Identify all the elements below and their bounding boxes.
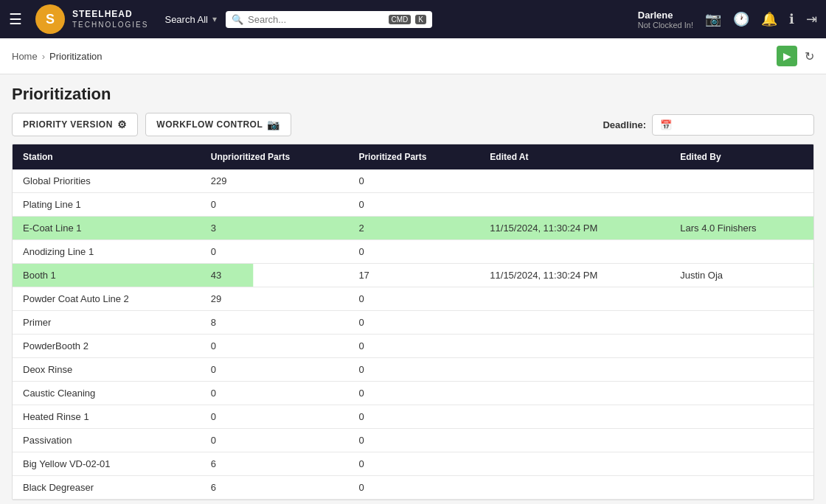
search-input[interactable] — [248, 14, 384, 25]
user-section: Darlene Not Clocked In! 📷 🕐 🔔 ℹ ⇥ — [638, 10, 817, 29]
table-cell: Black Degreaser — [13, 476, 201, 500]
table-cell: 0 — [348, 358, 479, 382]
table-cell — [670, 311, 813, 335]
table-row[interactable]: Deox Rinse00 — [13, 358, 813, 382]
table-cell: Lars 4.0 Finishers — [670, 217, 813, 240]
kbd-cmd: CMD — [389, 15, 412, 24]
deadline-input[interactable] — [676, 119, 806, 130]
col-prioritized: Prioritized Parts — [348, 144, 479, 169]
user-status: Not Clocked In! — [638, 21, 693, 29]
camera-small-icon: 📷 — [267, 119, 280, 130]
logo-text-primary: STEELHEAD — [72, 9, 148, 21]
table-row[interactable]: E-Coat Line 13211/15/2024, 11:30:24 PMLa… — [13, 217, 813, 240]
table-cell — [670, 405, 813, 429]
table-cell: 0 — [348, 476, 479, 500]
table-cell: 0 — [348, 240, 479, 264]
table-cell: Justin Oja — [670, 264, 813, 287]
table-cell: Anodizing Line 1 — [13, 240, 201, 264]
table-row[interactable]: Anodizing Line 100 — [13, 240, 813, 264]
table-cell — [670, 335, 813, 358]
table-cell — [479, 311, 670, 335]
logo: S STEELHEAD technologies — [34, 3, 148, 35]
hamburger-menu[interactable]: ☰ — [9, 10, 22, 28]
table-cell: 0 — [348, 405, 479, 429]
search-icon: 🔍 — [232, 14, 243, 25]
top-navigation: ☰ S STEELHEAD technologies Search All ▾ … — [0, 0, 826, 38]
workflow-control-button[interactable]: WORKFLOW CONTROL 📷 — [145, 113, 291, 136]
play-button[interactable]: ▶ — [777, 46, 797, 66]
table-cell — [479, 335, 670, 358]
table-cell: Caustic Cleaning — [13, 382, 201, 405]
table-row[interactable]: PowderBooth 200 — [13, 335, 813, 358]
table-cell — [479, 287, 670, 311]
table-cell — [479, 240, 670, 264]
clock-icon[interactable]: 🕐 — [733, 11, 749, 27]
logo-icon: S — [34, 3, 66, 35]
table-cell: Heated Rinse 1 — [13, 405, 201, 429]
table-cell: Primer — [13, 311, 201, 335]
table-cell — [479, 405, 670, 429]
col-station: Station — [13, 144, 201, 169]
prioritization-table: Station Unprioritized Parts Prioritized … — [13, 144, 813, 500]
table-cell — [670, 287, 813, 311]
calendar-icon: 📅 — [660, 119, 672, 130]
table-cell: 43 — [201, 264, 349, 287]
main-content: Prioritization PRIORITY VERSION ⚙ WORKFL… — [0, 74, 826, 504]
table-cell: 17 — [348, 264, 479, 287]
table-row[interactable]: Black Degreaser60 — [13, 476, 813, 500]
table-row[interactable]: Booth 1431711/15/2024, 11:30:24 PMJustin… — [13, 264, 813, 287]
table-cell: 0 — [201, 193, 349, 217]
table-cell: 0 — [348, 335, 479, 358]
info-icon[interactable]: ℹ — [789, 11, 794, 27]
table-row[interactable]: Big Yellow VD-02-0160 — [13, 452, 813, 476]
table-cell — [670, 429, 813, 452]
table-row[interactable]: Powder Coat Auto Line 2290 — [13, 287, 813, 311]
table-cell: 2 — [348, 217, 479, 240]
table-cell: 0 — [201, 382, 349, 405]
refresh-button[interactable]: ↻ — [805, 49, 814, 63]
table-cell: 0 — [201, 358, 349, 382]
table-cell: Big Yellow VD-02-01 — [13, 452, 201, 476]
table-cell — [670, 240, 813, 264]
table-cell — [479, 452, 670, 476]
table-cell — [479, 358, 670, 382]
priority-version-button[interactable]: PRIORITY VERSION ⚙ — [12, 113, 138, 136]
search-box: 🔍 CMD K — [226, 11, 432, 28]
col-edited-by: Edited By — [670, 144, 813, 169]
table-row[interactable]: Passivation00 — [13, 429, 813, 452]
table-cell — [479, 476, 670, 500]
table-cell: 11/15/2024, 11:30:24 PM — [479, 264, 670, 287]
bell-icon[interactable]: 🔔 — [761, 11, 777, 27]
table-row[interactable]: Global Priorities2290 — [13, 169, 813, 193]
toolbar: PRIORITY VERSION ⚙ WORKFLOW CONTROL 📷 De… — [12, 113, 814, 136]
search-dropdown-button[interactable]: ▾ — [212, 14, 217, 24]
table-cell: 8 — [201, 311, 349, 335]
table-row[interactable]: Heated Rinse 100 — [13, 405, 813, 429]
table-cell: 0 — [201, 405, 349, 429]
table-cell — [479, 169, 670, 193]
breadcrumb: Home › Prioritization ▶ ↻ — [0, 38, 826, 74]
table-cell: 0 — [348, 429, 479, 452]
breadcrumb-separator: › — [42, 51, 45, 62]
table-cell: PowderBooth 2 — [13, 335, 201, 358]
workflow-control-label: WORKFLOW CONTROL — [156, 119, 263, 130]
table-header-row: Station Unprioritized Parts Prioritized … — [13, 144, 813, 169]
kbd-k: K — [415, 15, 426, 24]
table-cell — [670, 358, 813, 382]
export-icon[interactable]: ⇥ — [806, 11, 817, 27]
table-row[interactable]: Caustic Cleaning00 — [13, 382, 813, 405]
table-cell: 0 — [348, 169, 479, 193]
col-edited-at: Edited At — [479, 144, 670, 169]
table-cell — [670, 382, 813, 405]
table-cell: Global Priorities — [13, 169, 201, 193]
table-row[interactable]: Plating Line 100 — [13, 193, 813, 217]
table-cell: 11/15/2024, 11:30:24 PM — [479, 217, 670, 240]
table-row[interactable]: Primer80 — [13, 311, 813, 335]
breadcrumb-home[interactable]: Home — [12, 51, 38, 62]
table-cell: 0 — [201, 240, 349, 264]
table-cell: 3 — [201, 217, 349, 240]
col-unprioritized: Unprioritized Parts — [201, 144, 349, 169]
camera-icon[interactable]: 📷 — [705, 11, 721, 27]
table-cell — [479, 193, 670, 217]
settings-icon: ⚙ — [117, 119, 128, 130]
